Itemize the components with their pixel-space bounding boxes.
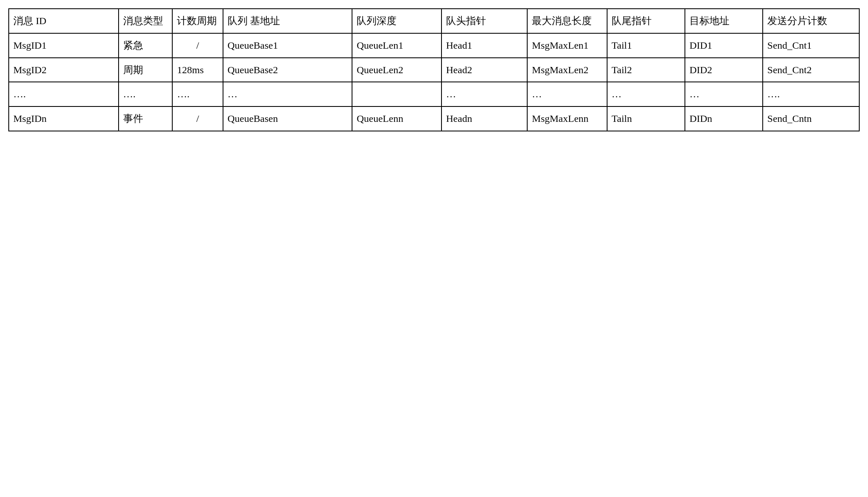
table-row: …. …. …. … … … … … …. (9, 82, 859, 106)
header-msg-type: 消息类型 (119, 9, 173, 33)
header-tail-ptr: 队尾指针 (607, 9, 685, 33)
cell-send-cnt: Send_Cnt1 (763, 33, 859, 58)
cell-send-cnt: Send_Cnt2 (763, 58, 859, 82)
header-msg-id: 消息 ID (9, 9, 119, 33)
cell-msg-max-len: … (527, 82, 607, 106)
cell-did: DID1 (685, 33, 763, 58)
cell-msg-max-len: MsgMaxLenn (527, 106, 607, 131)
cell-msg-id: MsgID1 (9, 33, 119, 58)
header-count-period: 计数周期 (172, 9, 223, 33)
message-descriptor-table: 消息 ID 消息类型 计数周期 队列 基地址 队列深度 队头指针 最大消息长度 … (8, 8, 860, 131)
cell-send-cnt: …. (763, 82, 859, 106)
cell-head: … (441, 82, 527, 106)
cell-count-period: / (172, 106, 223, 131)
cell-msg-type: 紧急 (119, 33, 173, 58)
cell-msg-max-len: MsgMaxLen1 (527, 33, 607, 58)
cell-count-period: 128ms (172, 58, 223, 82)
cell-did: DIDn (685, 106, 763, 131)
cell-msg-id: MsgID2 (9, 58, 119, 82)
header-target-addr: 目标地址 (685, 9, 763, 33)
cell-head: Headn (441, 106, 527, 131)
table-row: MsgID1 紧急 / QueueBase1 QueueLen1 Head1 M… (9, 33, 859, 58)
cell-msg-id: …. (9, 82, 119, 106)
table-header-row: 消息 ID 消息类型 计数周期 队列 基地址 队列深度 队头指针 最大消息长度 … (9, 9, 859, 33)
cell-queue-base: QueueBase2 (223, 58, 352, 82)
table-row: MsgIDn 事件 / QueueBasen QueueLenn Headn M… (9, 106, 859, 131)
cell-msg-type: …. (119, 82, 173, 106)
cell-tail: Tail2 (607, 58, 685, 82)
cell-tail: Tailn (607, 106, 685, 131)
cell-queue-base: QueueBase1 (223, 33, 352, 58)
header-msg-max-len: 最大消息长度 (527, 9, 607, 33)
cell-msg-type: 周期 (119, 58, 173, 82)
cell-queue-len (352, 82, 441, 106)
cell-msg-id: MsgIDn (9, 106, 119, 131)
cell-head: Head2 (441, 58, 527, 82)
header-queue-len: 队列深度 (352, 9, 441, 33)
cell-send-cnt: Send_Cntn (763, 106, 859, 131)
cell-queue-base: QueueBasen (223, 106, 352, 131)
cell-count-period: / (172, 33, 223, 58)
cell-count-period: …. (172, 82, 223, 106)
header-head-ptr: 队头指针 (441, 9, 527, 33)
cell-msg-type: 事件 (119, 106, 173, 131)
cell-queue-len: QueueLenn (352, 106, 441, 131)
table-row: MsgID2 周期 128ms QueueBase2 QueueLen2 Hea… (9, 58, 859, 82)
cell-queue-base: … (223, 82, 352, 106)
header-queue-base: 队列 基地址 (223, 9, 352, 33)
cell-queue-len: QueueLen1 (352, 33, 441, 58)
cell-queue-len: QueueLen2 (352, 58, 441, 82)
header-send-frag-count: 发送分片计数 (763, 9, 859, 33)
cell-tail: … (607, 82, 685, 106)
cell-head: Head1 (441, 33, 527, 58)
cell-msg-max-len: MsgMaxLen2 (527, 58, 607, 82)
cell-tail: Tail1 (607, 33, 685, 58)
cell-did: DID2 (685, 58, 763, 82)
cell-did: … (685, 82, 763, 106)
